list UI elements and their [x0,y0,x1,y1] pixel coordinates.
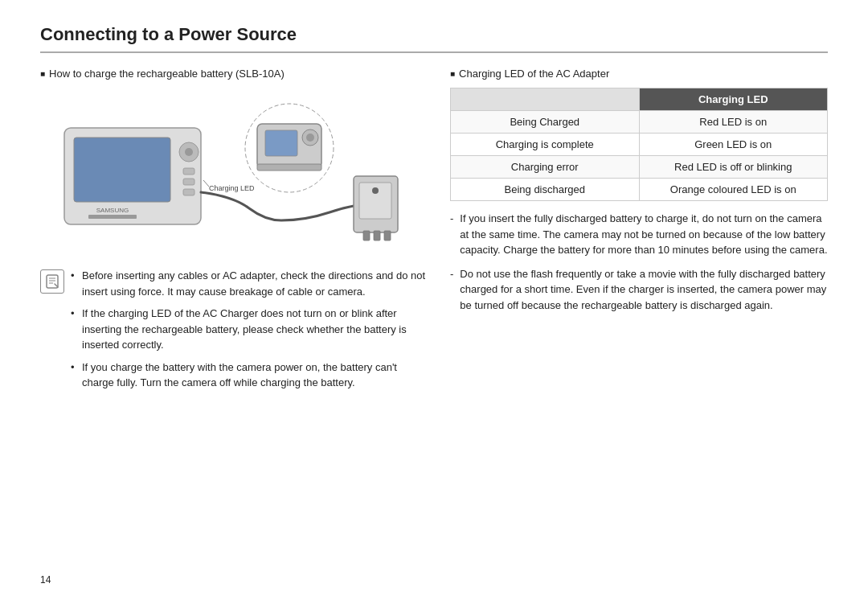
left-column: How to charge the rechargeable battery (… [40,68,426,397]
dash-note-2: Do not use the flash frequently or take … [450,266,828,314]
bullet-item-1: Before inserting any cables or AC adapte… [71,268,426,299]
table-cell-led-2: Red LED is off or blinking [639,156,828,179]
svg-point-13 [306,134,314,142]
svg-text:SAMSUNG: SAMSUNG [96,207,129,214]
svg-rect-11 [265,130,297,156]
left-section-label: How to charge the rechargeable battery (… [40,68,426,80]
svg-text:Charging LED: Charging LED [209,184,255,192]
svg-point-19 [372,187,379,194]
table-row: Charging error Red LED is off or blinkin… [451,156,828,179]
table-row: Being discharged Orange coloured LED is … [451,179,828,201]
page: Connecting to a Power Source How to char… [0,0,868,600]
table-cell-led-1: Green LED is on [639,134,828,156]
svg-rect-22 [384,231,391,240]
table-row: Being Charged Red LED is on [451,111,828,134]
table-col2-header: Charging LED [639,88,828,111]
table-cell-status-2: Charging error [451,156,640,179]
table-cell-led-0: Red LED is on [639,111,828,134]
bullet-item-2: If the charging LED of the AC Charger do… [71,306,426,353]
bullet-list: Before inserting any cables or AC adapte… [71,268,426,397]
svg-rect-14 [257,164,321,171]
dash-note-1: If you insert the fully discharged batte… [450,211,828,258]
table-col1-header [451,88,640,111]
right-column: Charging LED of the AC Adapter Charging … [450,68,828,397]
svg-rect-1 [74,138,170,202]
content-area: How to charge the rechargeable battery (… [40,68,828,397]
table-cell-status-3: Being discharged [451,179,640,201]
dash-notes: If you insert the fully discharged batte… [450,211,828,313]
page-title: Connecting to a Power Source [40,24,828,53]
svg-rect-21 [374,231,380,240]
diagram-area: SAMSUNG [40,88,426,257]
note-icon [40,269,64,294]
table-cell-led-3: Orange coloured LED is on [639,179,828,201]
table-row: Charging is complete Green LED is on [451,134,828,156]
svg-line-24 [203,180,209,187]
charging-table: Charging LED Being Charged Red LED is on… [450,88,828,201]
svg-rect-5 [183,179,194,185]
svg-rect-8 [88,215,137,219]
table-cell-status-1: Charging is complete [451,134,640,156]
bullet-notes: Before inserting any cables or AC adapte… [40,268,426,397]
bullet-item-3: If you charge the battery with the camer… [71,360,426,391]
right-section-label: Charging LED of the AC Adapter [450,68,828,80]
svg-rect-4 [183,168,194,175]
svg-point-3 [185,148,193,156]
page-number: 14 [40,574,51,586]
table-cell-status-0: Being Charged [451,111,640,134]
svg-rect-20 [363,231,370,240]
svg-rect-6 [183,189,194,195]
diagram-svg: SAMSUNG [40,88,426,257]
